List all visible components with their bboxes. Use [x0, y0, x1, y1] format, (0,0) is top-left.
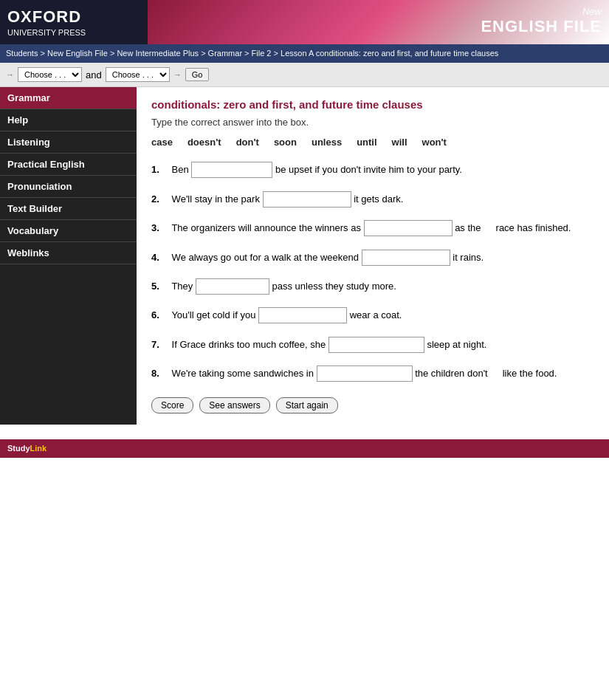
answer-input-8[interactable]	[317, 366, 413, 382]
answer-input-7[interactable]	[328, 337, 424, 353]
sidebar-item-pronunciation[interactable]: Pronunciation	[0, 176, 137, 198]
breadcrumb: Students > New English File > New Interm…	[0, 44, 609, 63]
choose-select-2[interactable]: Choose . . .	[106, 67, 170, 82]
question-7: 7. If Grace drinks too much coffee, she …	[151, 336, 594, 353]
sidebar-item-practical-english[interactable]: Practical English	[0, 154, 137, 176]
question-5: 5. They pass unless they study more.	[151, 278, 594, 295]
sidebar-item-vocabulary[interactable]: Vocabulary	[0, 220, 137, 242]
nav-arrow-right: →	[173, 70, 182, 79]
word-dont: don't	[236, 137, 259, 148]
word-bank: case doesn't don't soon unless until wil…	[151, 137, 594, 148]
answer-input-2[interactable]	[263, 191, 351, 207]
word-will: will	[392, 137, 407, 148]
exercise-title: conditionals: zero and first, and future…	[151, 98, 594, 111]
word-doesnt: doesn't	[187, 137, 221, 148]
layout: Grammar Help Listening Practical English…	[0, 87, 609, 424]
nav-arrow-left: →	[6, 70, 14, 79]
word-unless: unless	[312, 137, 342, 148]
answer-input-6[interactable]	[258, 307, 347, 323]
word-wont: won't	[422, 137, 447, 148]
and-label: and	[86, 69, 102, 80]
go-button[interactable]: Go	[185, 68, 210, 81]
sidebar-item-help[interactable]: Help	[0, 109, 137, 131]
answer-input-5[interactable]	[196, 278, 269, 295]
action-buttons: Score See answers Start again	[151, 397, 594, 414]
study-link: StudyLink	[7, 444, 47, 453]
question-8: 8. We're taking some sandwiches in the c…	[151, 365, 594, 382]
question-3: 3. The organizers will announce the winn…	[151, 219, 594, 236]
question-6: 6. You'll get cold if you wear a coat.	[151, 306, 594, 323]
question-1: 1. Ben be upset if you don't invite him …	[151, 161, 594, 178]
header: OXFORD UNIVERSITY PRESS New ENGLISH FILE	[0, 0, 609, 44]
main-content: conditionals: zero and first, and future…	[137, 87, 609, 424]
answer-input-3[interactable]	[364, 220, 453, 236]
sidebar-item-listening[interactable]: Listening	[0, 131, 137, 154]
sidebar: Grammar Help Listening Practical English…	[0, 87, 137, 424]
start-again-button[interactable]: Start again	[276, 397, 338, 414]
question-4: 4. We always go out for a walk at the we…	[151, 249, 594, 266]
question-2: 2. We'll stay in the park it gets dark.	[151, 191, 594, 207]
see-answers-button[interactable]: See answers	[199, 397, 269, 414]
footer: StudyLink	[0, 439, 609, 458]
word-soon: soon	[274, 137, 297, 148]
word-case: case	[151, 137, 173, 148]
instruction: Type the correct answer into the box.	[151, 117, 594, 128]
sidebar-item-grammar[interactable]: Grammar	[0, 87, 137, 109]
sidebar-item-weblinks[interactable]: Weblinks	[0, 242, 137, 264]
oxford-logo: OXFORD UNIVERSITY PRESS	[7, 7, 86, 38]
nav-bar: → Choose . . . and Choose . . . → Go	[0, 63, 609, 87]
answer-input-4[interactable]	[362, 250, 450, 266]
score-button[interactable]: Score	[151, 397, 193, 414]
nef-logo: New ENGLISH FILE	[481, 6, 602, 36]
choose-select-1[interactable]: Choose . . .	[18, 67, 82, 82]
word-until: until	[357, 137, 376, 148]
answer-input-1[interactable]	[191, 162, 272, 178]
sidebar-item-text-builder[interactable]: Text Builder	[0, 198, 137, 220]
